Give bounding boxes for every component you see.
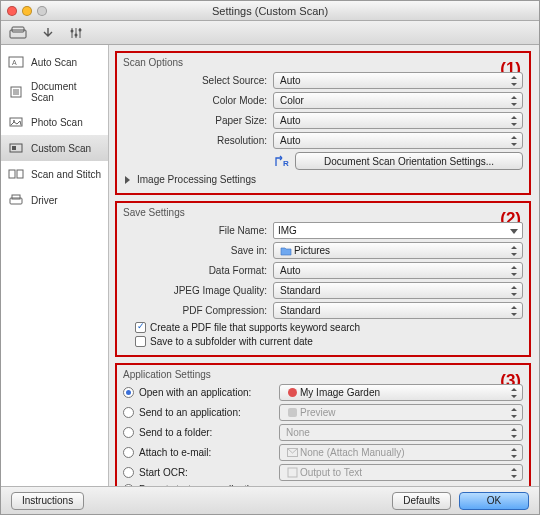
- save-in-popup[interactable]: Pictures: [273, 242, 523, 259]
- svg-point-2: [71, 29, 74, 32]
- file-name-label: File Name:: [123, 225, 273, 236]
- auto-scan-icon: A: [7, 55, 25, 69]
- subfolder-checkbox-row[interactable]: Save to a subfolder with current date: [135, 336, 523, 347]
- window-controls: [7, 6, 47, 16]
- my-image-garden-icon: [286, 387, 298, 399]
- attach-email-radio[interactable]: [123, 447, 134, 458]
- send-to-folder-label: Send to a folder:: [139, 427, 212, 438]
- select-source-label: Select Source:: [123, 75, 273, 86]
- do-not-start-radio-row[interactable]: Do not start any application: [123, 484, 260, 486]
- save-settings-title: Save Settings: [123, 207, 523, 218]
- pdf-keyword-label: Create a PDF file that supports keyword …: [150, 322, 360, 333]
- folder-icon: [280, 245, 292, 257]
- scanner-icon[interactable]: [9, 26, 27, 40]
- svg-rect-14: [12, 146, 16, 150]
- instructions-button[interactable]: Instructions: [11, 492, 84, 510]
- file-name-field[interactable]: IMG: [273, 222, 523, 239]
- resolution-label: Resolution:: [123, 135, 273, 146]
- scan-options-title: Scan Options: [123, 57, 523, 68]
- do-not-start-radio[interactable]: [123, 484, 134, 486]
- driver-icon: [7, 193, 25, 207]
- titlebar: Settings (Custom Scan): [1, 1, 539, 21]
- send-to-folder-radio-row[interactable]: Send to a folder:: [123, 427, 273, 438]
- defaults-button[interactable]: Defaults: [392, 492, 451, 510]
- sidebar: A Auto Scan Document Scan Photo Scan Cus…: [1, 45, 109, 486]
- pdf-compression-popup[interactable]: Standard: [273, 302, 523, 319]
- open-with-app-label: Open with an application:: [139, 387, 251, 398]
- sidebar-item-custom-scan[interactable]: Custom Scan: [1, 135, 108, 161]
- save-in-label: Save in:: [123, 245, 273, 256]
- start-ocr-label: Start OCR:: [139, 467, 188, 478]
- minimize-icon[interactable]: [22, 6, 32, 16]
- sidebar-item-driver[interactable]: Driver: [1, 187, 108, 213]
- window-title: Settings (Custom Scan): [1, 5, 539, 17]
- photo-scan-icon: [7, 115, 25, 129]
- subfolder-label: Save to a subfolder with current date: [150, 336, 313, 347]
- svg-text:R: R: [283, 159, 289, 168]
- open-with-app-radio[interactable]: [123, 387, 134, 398]
- resolution-popup[interactable]: Auto: [273, 132, 523, 149]
- svg-rect-15: [9, 170, 15, 178]
- start-ocr-radio-row[interactable]: Start OCR:: [123, 467, 273, 478]
- start-ocr-popup[interactable]: Output to Text: [279, 464, 523, 481]
- zoom-icon[interactable]: [37, 6, 47, 16]
- send-to-app-label: Send to an application:: [139, 407, 241, 418]
- application-settings-title: Application Settings: [123, 369, 523, 380]
- sidebar-item-label: Driver: [31, 195, 58, 206]
- ok-button[interactable]: OK: [459, 492, 529, 510]
- orientation-settings-button[interactable]: Document Scan Orientation Settings...: [295, 152, 523, 170]
- body: A Auto Scan Document Scan Photo Scan Cus…: [1, 45, 539, 486]
- do-not-start-label: Do not start any application: [139, 484, 260, 486]
- color-mode-label: Color Mode:: [123, 95, 273, 106]
- send-to-app-popup[interactable]: Preview: [279, 404, 523, 421]
- paper-size-label: Paper Size:: [123, 115, 273, 126]
- attach-email-popup[interactable]: None (Attach Manually): [279, 444, 523, 461]
- custom-scan-icon: [7, 141, 25, 155]
- scan-options-section: (1) Scan Options Select Source: Auto Col…: [115, 51, 531, 195]
- subfolder-checkbox[interactable]: [135, 336, 146, 347]
- svg-point-3: [75, 33, 78, 36]
- jpeg-quality-label: JPEG Image Quality:: [123, 285, 273, 296]
- svg-text:A: A: [12, 59, 17, 66]
- sidebar-item-scan-and-stitch[interactable]: Scan and Stitch: [1, 161, 108, 187]
- sidebar-item-label: Custom Scan: [31, 143, 91, 154]
- attach-email-radio-row[interactable]: Attach to e-mail:: [123, 447, 273, 458]
- pdf-keyword-checkbox-row[interactable]: Create a PDF file that supports keyword …: [135, 322, 523, 333]
- pdf-compression-label: PDF Compression:: [123, 305, 273, 316]
- svg-rect-23: [288, 468, 297, 477]
- application-settings-section: (3) Application Settings Open with an ap…: [115, 363, 531, 486]
- mail-icon: [286, 447, 298, 459]
- sidebar-item-label: Photo Scan: [31, 117, 83, 128]
- svg-point-4: [79, 28, 82, 31]
- send-to-folder-popup[interactable]: None: [279, 424, 523, 441]
- select-source-popup[interactable]: Auto: [273, 72, 523, 89]
- sidebar-item-document-scan[interactable]: Document Scan: [1, 75, 108, 109]
- sidebar-item-photo-scan[interactable]: Photo Scan: [1, 109, 108, 135]
- image-processing-disclosure[interactable]: Image Processing Settings: [123, 174, 523, 185]
- pdf-keyword-checkbox[interactable]: [135, 322, 146, 333]
- settings-window: Settings (Custom Scan) A Auto Scan Docum…: [0, 0, 540, 515]
- paper-size-popup[interactable]: Auto: [273, 112, 523, 129]
- send-to-app-radio[interactable]: [123, 407, 134, 418]
- svg-rect-16: [17, 170, 23, 178]
- sidebar-item-label: Scan and Stitch: [31, 169, 101, 180]
- data-format-popup[interactable]: Auto: [273, 262, 523, 279]
- send-to-app-radio-row[interactable]: Send to an application:: [123, 407, 273, 418]
- scan-and-stitch-icon: [7, 167, 25, 181]
- open-with-app-popup[interactable]: My Image Garden: [279, 384, 523, 401]
- start-ocr-radio[interactable]: [123, 467, 134, 478]
- attach-email-label: Attach to e-mail:: [139, 447, 211, 458]
- toolbar: [1, 21, 539, 45]
- color-mode-popup[interactable]: Color: [273, 92, 523, 109]
- arrow-down-icon[interactable]: [41, 26, 55, 40]
- open-with-app-radio-row[interactable]: Open with an application:: [123, 387, 273, 398]
- sidebar-item-auto-scan[interactable]: A Auto Scan: [1, 49, 108, 75]
- svg-point-20: [288, 388, 297, 397]
- sliders-icon[interactable]: [69, 26, 83, 40]
- text-icon: [286, 467, 298, 479]
- close-icon[interactable]: [7, 6, 17, 16]
- send-to-folder-radio[interactable]: [123, 427, 134, 438]
- jpeg-quality-popup[interactable]: Standard: [273, 282, 523, 299]
- document-scan-icon: [7, 85, 25, 99]
- main-panel: (1) Scan Options Select Source: Auto Col…: [109, 45, 539, 486]
